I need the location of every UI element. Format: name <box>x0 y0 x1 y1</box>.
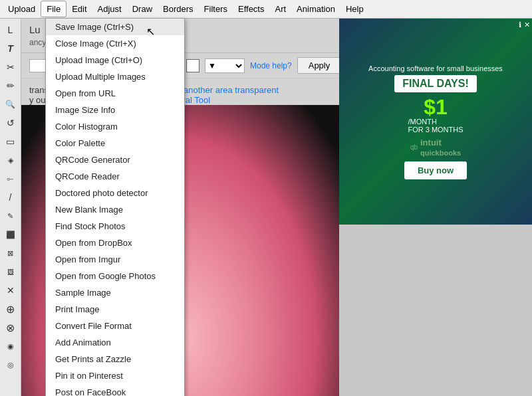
menu-color-palette[interactable]: Color Palette <box>46 135 184 151</box>
tool-text[interactable]: T <box>2 40 19 57</box>
menu-bar: Upload File Edit Adjust Draw Borders Fil… <box>0 0 532 19</box>
menu-art[interactable]: Art <box>269 1 291 17</box>
left-toolbar: L T ✂ ✏ 🔍 ↺ ▭ ◈ ⟜ / ✎ ⬛ ⊠ 🖼 ✕ ⊕ ⊗ ◉ ◎ <box>0 19 21 396</box>
tool-zoom[interactable]: 🔍 <box>2 96 19 113</box>
menu-qrcode-reader[interactable]: QRCode Reader <box>46 168 184 185</box>
menu-get-prints[interactable]: Get Prints at Zazzle <box>46 351 184 367</box>
ad-price: $1 <box>424 96 448 118</box>
menu-pin-pinterest[interactable]: Pin it on Pinterest <box>46 367 184 384</box>
ad-info-icon[interactable]: ℹ <box>519 21 521 29</box>
tool-rect[interactable]: ▭ <box>2 133 19 150</box>
menu-doctored-photo[interactable]: Doctored photo detector <box>46 185 184 201</box>
menu-post-facebook[interactable]: Post on FaceBook <box>46 384 184 396</box>
menu-filters[interactable]: Filters <box>199 1 233 17</box>
menu-animation[interactable]: Animation <box>291 1 340 17</box>
ad-close-icon[interactable]: ✕ <box>524 21 530 29</box>
ad-per-month: /MONTHFOR 3 MONTHS <box>408 118 463 134</box>
ad-logo-text: intuitquickbooks <box>420 138 461 157</box>
ad-banner: ✕ ℹ Accounting software for small busine… <box>339 19 532 225</box>
menu-edit[interactable]: Edit <box>66 1 92 17</box>
title-lu: Lu <box>29 24 41 35</box>
tool-fill[interactable]: ⬛ <box>2 226 19 243</box>
menu-upload-multiple[interactable]: Upload Multiple Images <box>46 68 184 85</box>
ad-buy-button[interactable]: Buy now <box>404 161 467 179</box>
tool-frame[interactable]: 🖼 <box>2 263 19 280</box>
menu-file[interactable]: File <box>41 1 66 17</box>
menu-open-imgur[interactable]: Open from Imgur <box>46 251 184 268</box>
tool-rotate[interactable]: ↺ <box>2 114 19 132</box>
menu-open-dropbox[interactable]: Open from DropBox <box>46 235 184 251</box>
tool-minus[interactable]: ⊗ <box>2 319 19 336</box>
menu-borders[interactable]: Borders <box>158 1 199 17</box>
menu-new-blank[interactable]: New Blank Image <box>46 201 184 218</box>
menu-save-image[interactable]: Save Image (Ctrl+S) <box>46 19 184 35</box>
file-dropdown-menu: Save Image (Ctrl+S) Close Image (Ctrl+X)… <box>45 18 185 396</box>
menu-help[interactable]: Help <box>340 1 369 17</box>
menu-open-url[interactable]: Open from URL <box>46 85 184 102</box>
menu-upload-image[interactable]: Upload Image (Ctrl+O) <box>46 52 184 68</box>
menu-qrcode-gen[interactable]: QRCode Generator <box>46 151 184 168</box>
menu-add-animation[interactable]: Add Animation <box>46 334 184 351</box>
tool-lasso[interactable]: ⟜ <box>2 170 19 187</box>
menu-sample-image[interactable]: Sample Image <box>46 284 184 301</box>
mode-help-link[interactable]: Mode help? <box>250 61 292 70</box>
ad-inner: ✕ ℹ Accounting software for small busine… <box>339 19 532 225</box>
menu-color-histogram[interactable]: Color Histogram <box>46 118 184 135</box>
tool-close[interactable]: ✕ <box>2 282 19 299</box>
menu-draw[interactable]: Draw <box>127 1 158 17</box>
menu-close-image[interactable]: Close Image (Ctrl+X) <box>46 35 184 52</box>
tool-L[interactable]: L <box>2 21 19 39</box>
ad-top-text: Accounting software for small businesses <box>368 64 503 72</box>
tool-shape[interactable]: ◈ <box>2 151 19 169</box>
menu-print-image[interactable]: Print Image <box>46 301 184 318</box>
menu-image-size[interactable]: Image Size Info <box>46 102 184 118</box>
menu-adjust[interactable]: Adjust <box>92 1 127 17</box>
color-white[interactable] <box>186 59 200 72</box>
tool-line[interactable]: / <box>2 189 19 206</box>
tool-layers[interactable]: ⊠ <box>2 245 19 262</box>
menu-effects[interactable]: Effects <box>233 1 270 17</box>
tool-plus[interactable]: ⊕ <box>2 300 19 318</box>
menu-convert-format[interactable]: Convert File Format <box>46 318 184 334</box>
apply-button[interactable]: Apply <box>297 57 342 74</box>
menu-upload[interactable]: Upload <box>3 1 41 17</box>
ad-badge: FINAL DAYS! <box>394 75 477 92</box>
menu-find-stock[interactable]: Find Stock Photos <box>46 218 184 235</box>
tool-extra1[interactable]: ◉ <box>2 338 19 355</box>
mode-select[interactable]: ▼ <box>205 58 245 73</box>
qb-icon: qb <box>410 144 418 151</box>
tool-scissors[interactable]: ✂ <box>2 58 19 76</box>
menu-open-google-photos[interactable]: Open from Google Photos <box>46 268 184 284</box>
tool-extra2[interactable]: ◎ <box>2 356 19 373</box>
tool-brush[interactable]: ✎ <box>2 207 19 225</box>
tool-pencil[interactable]: ✏ <box>2 77 19 94</box>
